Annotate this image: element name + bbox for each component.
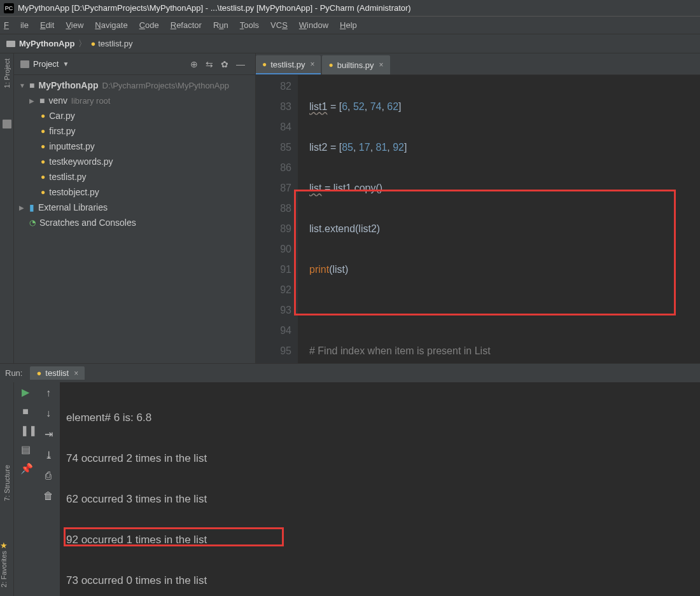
rail-structure-label[interactable]: 7: Structure — [3, 465, 11, 501]
python-file-icon: ● — [41, 188, 45, 197]
menu-view[interactable]: View — [66, 20, 83, 30]
project-tool-window: Project ▼ ⊕ ⇆ ✿ — ▼ ■ MyPythonApp D:\Pyc… — [14, 53, 256, 363]
left-tool-rail-lower: 7: Structure ★2: Favorites — [0, 382, 14, 596]
tree-venv-name: venv — [48, 95, 67, 106]
tree-file[interactable]: ●Car.py — [14, 108, 255, 123]
python-file-icon: ● — [41, 127, 45, 135]
menubar: File Edit View Navigate Code Refactor Ru… — [0, 17, 700, 34]
gear-icon[interactable]: ✿ — [221, 59, 228, 69]
menu-navigate[interactable]: Navigate — [95, 20, 127, 30]
chevron-right-icon: 〉 — [78, 38, 87, 50]
tree-scratches[interactable]: ◔ Scratches and Consoles — [14, 215, 255, 230]
menu-help[interactable]: Help — [340, 20, 357, 30]
menu-run[interactable]: Run — [213, 20, 228, 30]
up-arrow-icon[interactable]: ↑ — [46, 387, 51, 399]
menu-window[interactable]: Window — [299, 20, 328, 30]
tree-root-name: MyPythonApp — [38, 80, 98, 90]
breadcrumb-file[interactable]: testlist.py — [98, 39, 132, 48]
layout-icon[interactable]: ▤ — [20, 445, 31, 455]
tree-file[interactable]: ●inputtest.py — [14, 139, 255, 154]
tree-file[interactable]: ●testobject.py — [14, 184, 255, 200]
chevron-right-icon[interactable]: ▶ — [29, 97, 37, 104]
folder-icon: ■ — [39, 95, 45, 106]
menu-edit[interactable]: Edit — [40, 20, 54, 30]
print-icon[interactable]: ⎙ — [45, 470, 52, 482]
console-line: 73 occurred 0 times in the list — [66, 571, 700, 591]
menu-tools[interactable]: Tools — [240, 20, 259, 30]
pause-icon[interactable]: ❚❚ — [20, 426, 31, 436]
menu-refactor[interactable]: Refactor — [171, 20, 202, 30]
python-file-icon: ● — [41, 172, 45, 181]
tab-label: testlist.py — [270, 60, 305, 69]
stop-icon[interactable]: ■ — [20, 406, 31, 417]
console-line: element# 6 is: 6.8 — [66, 408, 700, 428]
play-icon[interactable]: ▶ — [20, 387, 31, 398]
breadcrumb-root[interactable]: MyPythonApp — [19, 39, 74, 48]
run-tab-label: testlist — [45, 368, 69, 378]
tree-external-libraries[interactable]: ▶ ▮ External Libraries — [14, 200, 255, 215]
rail-project-label[interactable]: 1: Project — [3, 59, 11, 88]
tab-testlist[interactable]: ● testlist.py × — [256, 55, 321, 74]
menu-code[interactable]: Code — [139, 20, 159, 30]
python-file-icon: ● — [36, 368, 41, 378]
left-tool-rail: 1: Project — [0, 53, 14, 363]
run-label: Run: — [5, 368, 22, 378]
console-line: 74 occurred 2 times in the list — [66, 448, 700, 469]
tree-scratch-name: Scratches and Consoles — [39, 218, 136, 228]
tree-root[interactable]: ▼ ■ MyPythonApp D:\PycharmProjects\MyPyt… — [14, 78, 255, 93]
close-icon[interactable]: × — [310, 60, 314, 69]
chevron-right-icon[interactable]: ▶ — [19, 204, 27, 211]
run-action-bar-left: ▶ ■ ❚❚ ▤ 📌 — [14, 382, 37, 596]
run-tab[interactable]: ● testlist × — [30, 366, 85, 380]
code-editor[interactable]: 8283848586878889909192939495 list1 = [6,… — [256, 75, 700, 363]
rail-favorites-label[interactable]: 2: Favorites — [0, 551, 8, 587]
close-icon[interactable]: × — [379, 60, 384, 69]
tree-file[interactable]: ●testlist.py — [14, 169, 255, 184]
menu-vcs[interactable]: VCS — [270, 20, 288, 30]
expand-icon[interactable]: ⇆ — [206, 59, 213, 69]
menu-file[interactable]: File — [4, 20, 29, 30]
console-output[interactable]: element# 6 is: 6.8 74 occurred 2 times i… — [60, 382, 700, 596]
tree-extlib-name: External Libraries — [38, 202, 108, 212]
soft-wrap-icon[interactable]: ⇥ — [45, 428, 53, 440]
tree-root-path: D:\PycharmProjects\MyPythonApp — [102, 81, 229, 90]
scratch-icon: ◔ — [29, 218, 36, 227]
python-file-icon: ● — [328, 60, 333, 69]
tree-venv[interactable]: ▶ ■ venv library root — [14, 93, 255, 108]
project-icon — [20, 60, 29, 68]
hide-icon[interactable]: — — [236, 59, 245, 69]
pin-icon[interactable]: 📌 — [20, 464, 31, 474]
title-bar: PC MyPythonApp [D:\PycharmProjects\MyPyt… — [0, 0, 700, 17]
run-action-bar-right: ↑ ↓ ⇥ ⤓ ⎙ 🗑 — [37, 382, 60, 596]
project-pane-header: Project ▼ ⊕ ⇆ ✿ — — [14, 53, 255, 75]
close-icon[interactable]: × — [74, 369, 78, 378]
breadcrumb: MyPythonApp 〉 ● testlist.py — [0, 34, 700, 53]
window-title: MyPythonApp [D:\PycharmProjects\MyPython… — [18, 3, 411, 13]
tree-file[interactable]: ●first.py — [14, 123, 255, 139]
highlight-box-editor — [294, 190, 676, 315]
run-tool-window: 7: Structure ★2: Favorites ▶ ■ ❚❚ ▤ 📌 ↑ … — [0, 382, 700, 596]
tree-file[interactable]: ●testkeywords.py — [14, 154, 255, 169]
python-file-icon: ● — [262, 60, 267, 69]
locate-icon[interactable]: ⊕ — [190, 59, 198, 69]
tab-label: builtins.py — [337, 60, 374, 70]
tree-venv-meta: library root — [71, 96, 110, 106]
tab-builtins[interactable]: ● builtins.py × — [322, 55, 389, 74]
down-arrow-icon[interactable]: ↓ — [46, 408, 51, 419]
code-content[interactable]: list1 = [6, 52, 74, 62] list2 = [85, 17,… — [298, 75, 700, 363]
rail-icon[interactable] — [3, 120, 11, 128]
python-file-icon: ● — [90, 39, 95, 48]
scroll-end-icon[interactable]: ⤓ — [45, 449, 53, 461]
app-icon: PC — [4, 3, 14, 13]
chevron-down-icon[interactable]: ▼ — [62, 60, 69, 67]
star-icon: ★ — [0, 541, 8, 550]
project-tree[interactable]: ▼ ■ MyPythonApp D:\PycharmProjects\MyPyt… — [14, 75, 255, 363]
trash-icon[interactable]: 🗑 — [43, 490, 53, 502]
project-pane-title[interactable]: Project — [33, 59, 59, 69]
chevron-down-icon[interactable]: ▼ — [19, 82, 27, 89]
tree-file-name: Car.py — [49, 111, 74, 121]
folder-icon: ■ — [29, 80, 34, 90]
tree-file-name: testlist.py — [49, 172, 86, 182]
python-file-icon: ● — [41, 157, 45, 166]
run-tool-header: Run: ● testlist × — [0, 363, 700, 382]
